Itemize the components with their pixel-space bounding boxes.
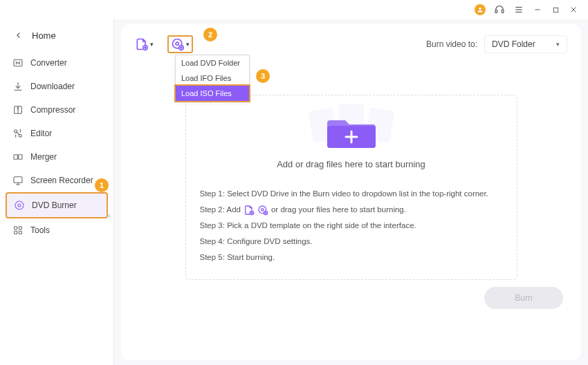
step-3: Step 3: Pick a DVD template on the right…	[200, 218, 503, 234]
add-file-icon	[244, 205, 255, 216]
burn-to-control: Burn video to: DVD Folder ▾	[426, 35, 567, 53]
step-1: Step 1: Select DVD Drive in the Burn vid…	[200, 186, 503, 202]
sidebar-item-converter[interactable]: Converter	[6, 51, 108, 75]
collapse-chevron-icon[interactable]: ‹	[108, 211, 111, 219]
back-chevron-icon	[15, 29, 22, 41]
support-icon[interactable]	[494, 4, 505, 15]
sidebar-item-label: Converter	[30, 58, 67, 68]
minimize-button[interactable]	[533, 5, 542, 15]
compressor-icon	[12, 104, 24, 115]
downloader-icon	[12, 81, 24, 92]
content-panel: ▾ ▾ Load DVD Folder Load IFO Files Load …	[121, 24, 581, 360]
sidebar-item-label: Downloader	[30, 82, 75, 91]
step-4: Step 4: Configure DVD settings.	[200, 234, 503, 250]
sidebar-item-label: Tools	[30, 225, 50, 235]
svg-rect-27	[15, 227, 17, 230]
sidebar-item-merger[interactable]: Merger	[6, 145, 108, 169]
svg-rect-29	[15, 231, 17, 234]
menu-item-load-iso-files[interactable]: Load ISO Files	[174, 84, 250, 102]
home-nav[interactable]: Home	[0, 24, 113, 51]
tutorial-marker-2: 2	[203, 28, 217, 41]
sidebar-item-screen-recorder[interactable]: Screen Recorder	[6, 169, 108, 192]
close-button[interactable]	[569, 5, 578, 15]
svg-rect-28	[19, 227, 21, 230]
svg-point-0	[479, 8, 481, 10]
main-area: ▾ ▾ Load DVD Folder Load IFO Files Load …	[114, 19, 588, 365]
title-bar	[0, 0, 588, 19]
svg-point-35	[176, 42, 178, 45]
svg-rect-30	[19, 231, 21, 234]
sidebar-item-editor[interactable]: Editor	[6, 122, 108, 145]
converter-icon	[12, 57, 24, 68]
add-file-button[interactable]: ▾	[135, 37, 154, 51]
add-dvd-button[interactable]: ▾	[167, 35, 193, 53]
burn-to-dropdown[interactable]: DVD Folder ▾	[484, 35, 567, 53]
home-label: Home	[32, 30, 56, 41]
svg-line-17	[17, 132, 19, 135]
sidebar-item-label: Editor	[30, 129, 52, 138]
sidebar-item-dvd-burner[interactable]: DVD Burner	[6, 192, 108, 218]
svg-rect-7	[553, 8, 558, 12]
toolbar: ▾ ▾ Load DVD Folder Load IFO Files Load …	[135, 35, 567, 53]
dvd-burner-icon	[14, 200, 25, 211]
sidebar-item-tools[interactable]: Tools	[6, 218, 108, 242]
add-folder-icon	[327, 112, 376, 149]
caret-down-icon: ▾	[556, 41, 560, 48]
sidebar: Home Converter Downloader Compressor Edi…	[0, 19, 114, 365]
sidebar-item-label: DVD Burner	[32, 200, 77, 210]
svg-point-26	[18, 204, 21, 207]
drop-zone[interactable]: Add or drag files here to start burning …	[185, 95, 517, 280]
editor-icon	[12, 128, 24, 139]
dvd-load-menu: Load DVD Folder Load IFO Files Load ISO …	[175, 55, 250, 102]
burn-to-value: DVD Folder	[492, 39, 535, 49]
screen-recorder-icon	[12, 175, 24, 186]
sidebar-item-label: Screen Recorder	[30, 176, 93, 185]
add-disc-icon	[171, 37, 185, 51]
sidebar-item-compressor[interactable]: Compressor	[6, 98, 108, 122]
burn-button[interactable]: Burn	[484, 287, 563, 309]
step-5: Step 5: Start burning.	[200, 250, 503, 265]
maximize-button[interactable]	[551, 5, 560, 15]
menu-item-load-ifo-files[interactable]: Load IFO Files	[176, 71, 249, 86]
user-avatar-icon[interactable]	[475, 4, 486, 15]
burn-to-label: Burn video to:	[426, 39, 477, 49]
merger-icon	[12, 151, 24, 162]
footer: Burn	[135, 280, 567, 309]
sidebar-item-label: Compressor	[30, 105, 75, 115]
svg-rect-20	[14, 155, 17, 160]
hamburger-icon[interactable]	[513, 4, 524, 15]
svg-rect-1	[495, 10, 497, 13]
svg-rect-22	[14, 177, 22, 183]
step-2: Step 2: Add or drag your files here to s…	[200, 202, 503, 218]
sidebar-item-downloader[interactable]: Downloader	[6, 75, 108, 98]
svg-point-45	[261, 208, 264, 210]
sidebar-item-label: Merger	[30, 152, 57, 162]
tutorial-marker-1: 1	[95, 178, 109, 192]
caret-down-icon: ▾	[186, 41, 190, 48]
drop-zone-text: Add or drag files here to start burning	[200, 159, 503, 169]
steps-help: Step 1: Select DVD Drive in the Burn vid…	[200, 186, 503, 265]
tools-icon	[12, 225, 24, 236]
add-disc-icon	[257, 205, 268, 216]
svg-point-25	[15, 201, 24, 209]
caret-down-icon: ▾	[150, 41, 154, 48]
add-file-icon	[135, 37, 149, 51]
tutorial-marker-3: 3	[256, 69, 270, 83]
svg-rect-2	[502, 10, 504, 13]
menu-item-load-dvd-folder[interactable]: Load DVD Folder	[176, 55, 249, 71]
svg-rect-21	[19, 155, 22, 160]
